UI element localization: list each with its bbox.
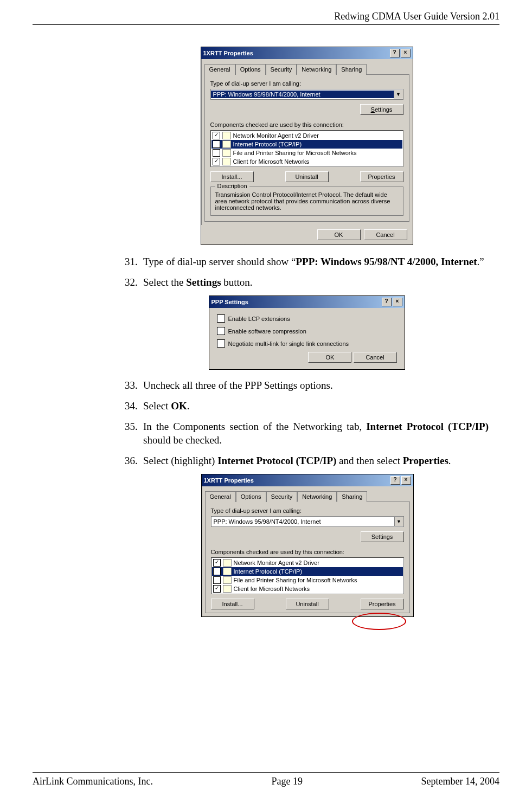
dropdown-value: PPP: Windows 95/98/NT4/2000, Internet [211,518,394,525]
list-item[interactable]: ✓Network Monitor Agent v2 Driver [212,558,403,567]
footer-date: September 14, 2004 [421,776,499,787]
page-footer: AirLink Communications, Inc. Page 19 Sep… [33,772,499,787]
close-icon[interactable]: × [401,476,411,485]
step-36: 36. Select (highlight) Internet Protocol… [125,454,489,468]
close-icon[interactable]: × [401,49,411,57]
dialog-footer: OK Cancel [201,225,413,245]
description-group: Description Transmission Control Protoco… [210,187,403,216]
components-label: Components checked are used by this conn… [211,549,404,555]
titlebar: PPP Settings ? × [209,296,405,308]
checkbox-icon[interactable]: ✓ [213,568,221,575]
checkbox-icon[interactable] [213,149,220,157]
help-icon[interactable]: ? [382,298,392,306]
step-34: 34. Select OK. [125,399,489,413]
client-icon [223,585,232,593]
checkbox-icon[interactable]: ✓ [213,132,220,139]
tab-security[interactable]: Security [266,64,297,75]
chevron-down-icon[interactable]: ▼ [394,517,403,526]
footer-page: Page 19 [271,776,303,787]
main-content: 1XRTT Properties ? × General Options Sec… [125,47,489,617]
list-item[interactable]: File and Printer Sharing for Microsoft N… [212,576,403,584]
window-title: 1XRTT Properties [204,477,389,484]
step-32: 32. Select the Settings button. [125,275,489,290]
server-type-dropdown[interactable]: PPP: Windows 95/98/NT4/2000, Internet ▼ [210,89,403,100]
ppp-buttons: OK Cancel [217,352,397,363]
tab-networking[interactable]: Networking [297,64,336,75]
checkbox-icon[interactable]: ✓ [213,158,220,165]
chevron-down-icon[interactable]: ▼ [394,90,403,99]
tabs: General Options Security Networking Shar… [205,491,410,502]
tabs: General Options Security Networking Shar… [204,63,409,74]
titlebar: 1XRTT Properties ? × [202,474,413,486]
checkbox-icon[interactable] [217,314,225,323]
checkbox-icon[interactable] [213,576,221,584]
titlebar: 1XRTT Properties ? × [201,47,413,59]
settings-button[interactable]: SSettingsettings [360,104,403,115]
components-list[interactable]: ✓Network Monitor Agent v2 Driver ✓Intern… [210,130,403,167]
cancel-button[interactable]: Cancel [354,352,397,363]
type-label: Type of dial-up server I am calling: [210,80,403,87]
steps-list: 31. Type of dial-up server should show “… [125,255,489,289]
server-type-dropdown[interactable]: PPP: Windows 95/98/NT4/2000, Internet ▼ [211,516,404,527]
help-icon[interactable]: ? [390,476,400,485]
help-icon[interactable]: ? [390,49,400,57]
tab-networking[interactable]: Networking [297,491,337,502]
uninstall-button[interactable]: Uninstall [285,171,329,182]
checkbox-icon[interactable]: ✓ [213,140,220,148]
close-icon[interactable]: × [393,298,402,306]
tab-sharing[interactable]: Sharing [336,64,367,75]
components-label: Components checked are used by this conn… [210,121,403,128]
window-title: PPP Settings [211,299,381,305]
tab-general[interactable]: General [204,64,235,75]
driver-icon [223,559,232,567]
tab-options[interactable]: Options [236,491,266,502]
tab-security[interactable]: Security [266,491,298,502]
tab-body: Type of dial-up server I am calling: PPP… [204,74,409,222]
component-buttons: Install... Uninstall Properties [210,171,403,182]
doc-header: Redwing CDMA User Guide Version 2.01 [33,11,499,25]
driver-icon [222,132,231,139]
tab-general[interactable]: General [205,491,236,502]
checkbox-icon[interactable]: ✓ [213,585,221,593]
ok-button[interactable]: OK [317,229,361,240]
fig-ppp-settings: PPP Settings ? × Enable LCP extensions E… [209,295,405,370]
share-icon [222,149,231,157]
step-35: 35. In the Components section of the Net… [125,420,489,447]
list-item[interactable]: File and Printer Sharing for Microsoft N… [211,149,402,157]
type-label: Type of dial-up server I am calling: [211,507,404,514]
protocol-icon [222,140,231,148]
protocol-icon [223,568,232,575]
steps-list-2: 33. Uncheck all three of the PPP Setting… [125,378,489,467]
list-item[interactable]: ✓Internet Protocol (TCP/IP) [211,140,402,149]
window-title: 1XRTT Properties [203,50,389,56]
checkbox-icon[interactable] [217,339,225,348]
properties-button[interactable]: Properties [360,171,403,182]
settings-button[interactable]: Settings [361,531,404,542]
list-item[interactable]: ✓Client for Microsoft Networks [212,584,403,593]
list-item[interactable]: ✓Network Monitor Agent v2 Driver [211,131,402,140]
ppp-opt-lcp[interactable]: Enable LCP extensions [217,314,397,323]
cancel-button[interactable]: Cancel [364,229,407,240]
fig-1xrtt-properties-top: 1XRTT Properties ? × General Options Sec… [201,47,413,245]
component-buttons: Install... Uninstall Properties [211,599,404,609]
settings-row: SSettingsettings [210,104,403,115]
install-button[interactable]: Install... [211,599,254,609]
ppp-opt-compression[interactable]: Enable software compression [217,327,397,335]
ppp-opt-multilink[interactable]: Negotiate multi-link for single link con… [217,339,397,348]
components-list[interactable]: ✓Network Monitor Agent v2 Driver ✓Intern… [211,557,404,594]
settings-row: Settings [211,531,404,542]
ok-button[interactable]: OK [308,352,351,363]
list-item[interactable]: ✓Client for Microsoft Networks [211,157,402,166]
description-text: Transmission Control Protocol/Internet P… [215,191,390,211]
tab-options[interactable]: Options [235,64,266,75]
tab-body: Type of dial-up server I am calling: PPP… [205,502,410,613]
dialog-body: Enable LCP extensions Enable software co… [209,308,405,369]
tab-sharing[interactable]: Sharing [337,491,367,502]
checkbox-icon[interactable] [217,327,225,335]
uninstall-button[interactable]: Uninstall [286,599,329,609]
checkbox-icon[interactable]: ✓ [213,559,221,567]
client-icon [222,158,231,165]
install-button[interactable]: Install... [210,171,254,182]
properties-button[interactable]: Properties [361,599,404,609]
list-item[interactable]: ✓Internet Protocol (TCP/IP) [212,567,403,576]
